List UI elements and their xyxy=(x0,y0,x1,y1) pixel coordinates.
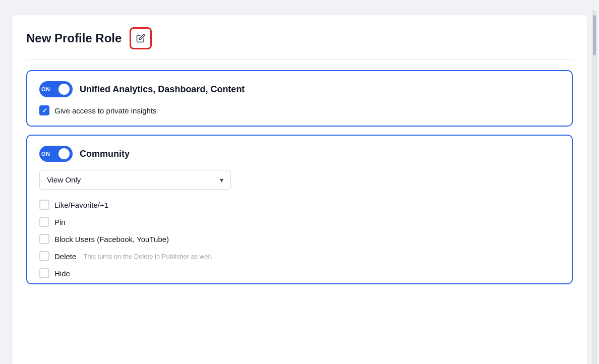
pin-checkbox[interactable] xyxy=(39,217,49,227)
private-insights-checkbox-row: Give access to private insights xyxy=(39,105,560,115)
community-card-title: Community xyxy=(80,149,130,159)
dropdown-selected-value: View Only xyxy=(47,175,81,184)
list-item-block-users: Block Users (Facebook, YouTube) xyxy=(39,234,560,244)
analytics-card-header: ON Unified Analytics, Dashboard, Content xyxy=(39,81,560,97)
analytics-card-title: Unified Analytics, Dashboard, Content xyxy=(80,84,245,95)
page-container: New Profile Role ON Unified Analytics, D… xyxy=(2,10,597,364)
edit-button[interactable] xyxy=(130,27,152,49)
analytics-toggle-label: ON xyxy=(41,86,50,92)
like-label: Like/Favorite/+1 xyxy=(54,201,108,209)
block-users-checkbox[interactable] xyxy=(39,234,49,244)
private-insights-checkbox[interactable] xyxy=(39,105,49,115)
scrollbar[interactable] xyxy=(592,10,597,364)
like-checkbox[interactable] xyxy=(39,200,49,210)
main-content: New Profile Role ON Unified Analytics, D… xyxy=(12,15,587,364)
hide-label: Hide xyxy=(54,269,70,278)
community-toggle[interactable]: ON xyxy=(39,146,73,162)
community-card-header: ON Community xyxy=(39,146,560,162)
community-card: ON Community View Only ▾ Like/Favorite/+… xyxy=(26,135,573,284)
community-toggle-label: ON xyxy=(41,151,50,157)
list-item-pin: Pin xyxy=(39,217,560,227)
delete-checkbox[interactable] xyxy=(39,251,49,261)
scroll-thumb xyxy=(593,15,596,55)
analytics-toggle[interactable]: ON xyxy=(39,81,73,97)
page-title: New Profile Role xyxy=(26,31,122,45)
delete-note: This turns on the Delete in Publisher as… xyxy=(83,253,213,260)
analytics-card: ON Unified Analytics, Dashboard, Content… xyxy=(26,70,573,127)
analytics-toggle-circle xyxy=(58,84,70,95)
list-item-delete: Delete This turns on the Delete in Publi… xyxy=(39,251,560,261)
private-insights-label: Give access to private insights xyxy=(54,106,157,115)
hide-checkbox[interactable] xyxy=(39,268,49,278)
delete-label: Delete xyxy=(54,252,76,261)
header: New Profile Role xyxy=(26,27,573,60)
list-item-like: Like/Favorite/+1 xyxy=(39,200,560,210)
block-users-label: Block Users (Facebook, YouTube) xyxy=(54,235,169,244)
community-access-dropdown[interactable]: View Only ▾ xyxy=(39,170,231,190)
list-item-hide: Hide xyxy=(39,268,560,278)
dropdown-arrow-icon: ▾ xyxy=(220,176,223,184)
community-toggle-circle xyxy=(58,148,70,159)
community-permissions-list: Like/Favorite/+1 Pin Block Users (Facebo… xyxy=(39,200,560,278)
pin-label: Pin xyxy=(54,218,66,226)
